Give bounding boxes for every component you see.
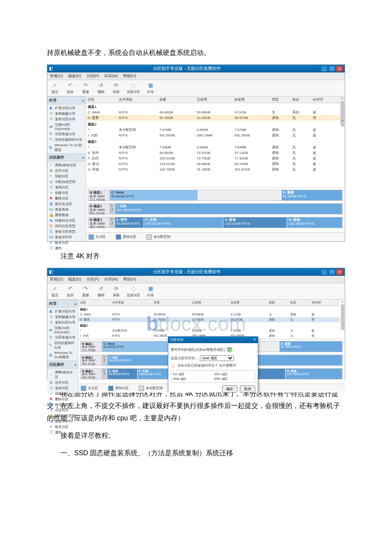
disk-map-bar[interactable]: C: Win860.00GB NTFSD: 重要51.78GB NTFS [110,190,343,201]
table-row[interactable]: D: 重要NTFS51.78GB12.42GB39.37GB逻辑无否 [86,115,340,121]
minimize-button[interactable]: _ [321,66,328,72]
partition-table[interactable]: 分区文件系统容量已使用未使用类型状态4K对齐磁盘1C: Win8NTFS60.0… [86,96,340,172]
menu-item[interactable]: 磁盘(D) [68,73,81,79]
sidebar-item[interactable]: ⊕合并分区 [49,380,76,385]
align-opt-2048[interactable]: 2048 扇区 [173,377,212,381]
lossless-button[interactable]: ◌无损分区 [127,82,140,94]
table-header[interactable]: 文件系统 [110,300,152,306]
table-row[interactable]: *未分配空间7.97MB0.00KB7.97MB逻辑无是 [86,127,340,133]
table-row[interactable]: *未分配空间7.97MB0.00KB7.97MB逻辑无是 [78,328,340,333]
menu-item[interactable]: 常规(G) [50,73,63,79]
sidebar-item[interactable]: ✂切割分区 [49,173,84,179]
sidebar-item[interactable]: ⇆转换到主分区 [49,218,84,223]
alignment-select[interactable]: 4096 扇区 [200,356,234,361]
sidebar-item[interactable]: ↔调整/移动分区 [49,162,84,168]
disk-segment[interactable]: E: 软件50.00GB NTFS [115,217,144,228]
scroll-up-icon[interactable]: ▴ [340,96,345,101]
dialog-cancel-button[interactable]: 取消 [240,385,255,393]
disk-segment[interactable]: D: 重要51.78GB NTFS [282,190,343,200]
sidebar-item[interactable]: ↻分区恢复向导 [49,131,84,137]
undo-button[interactable]: ↺撤销 [96,82,106,94]
undo-button[interactable]: ↺撤销 [96,285,106,298]
refresh-button[interactable]: ⟳刷新 [111,82,121,94]
sidebar-item[interactable]: ✖删除分区 [49,396,76,402]
sidebar-item[interactable]: ⎘复制分区向导 [49,320,76,325]
sidebar-item[interactable]: ⎘复制磁盘向导 [49,314,76,320]
table-header[interactable]: 类型 [267,300,288,306]
table-header[interactable]: 已使用 [190,300,229,306]
sidebar-item[interactable]: ↻分区恢复向导 [49,335,76,340]
maximize-button[interactable]: □ [329,66,335,72]
discard-button[interactable]: ↶放弃 [65,285,75,298]
scroll-thumb[interactable] [341,304,344,330]
disk-segment[interactable]: *7 [110,217,115,228]
sidebar-item[interactable]: ↔调整/移动分区 [49,370,76,380]
menu-item[interactable]: 分区(P) [86,277,99,282]
ops-panel-header[interactable]: 分区操作 ▴ [47,361,78,369]
table-row[interactable]: H: 其他NTFS132.70GB31.10GB101.67GB逻辑无是 [86,167,340,172]
table-header[interactable]: 状态 [288,300,310,306]
sidebar-item[interactable]: ⊞Windows To Go创建器 [49,350,76,360]
collapse-icon[interactable]: ▴ [82,156,84,159]
table-row[interactable]: F: 文档NTFS150.01GB72.70GB77.32GB逻辑无是 [86,156,340,161]
lossless-button[interactable]: ◌无损分区 [127,285,140,298]
disk-map-bar[interactable]: *7I: 大的931.50GB NTFS [110,203,343,214]
sidebar-item[interactable]: ⎘复制分区 [49,185,84,190]
sidebar-item[interactable]: ⓘ属性 [49,246,84,251]
sidebar-item[interactable]: ⊞Windows To Go创建器 [49,142,84,153]
table-header[interactable]: 容量 [158,96,195,103]
menu-item[interactable]: 向导(W) [104,73,118,79]
redo-button[interactable]: ↷重做 [81,82,91,94]
table-row[interactable]: D: 重要NTFS51.78GB12.42GB39.37GB逻辑无否 [78,317,340,322]
menu-item[interactable]: 帮助(H) [123,73,136,79]
table-row[interactable]: *未分配空间7.84MB0.00KB7.84MB逻辑无是 [86,145,340,150]
wizard-button[interactable]: ▦向导 [145,285,156,298]
ops-panel-header[interactable]: 分区操作 ▴ [47,153,86,162]
sidebar-item[interactable]: ✔检查分区 [49,424,76,430]
sidebar-item[interactable]: №更改序列号 [49,419,76,424]
table-row[interactable]: I: 大的NTFS931.50GB205.13MB931.30GB逻辑无是 [86,133,340,138]
disk-segment[interactable]: D: 重要51.78GB NTFS [280,341,343,352]
wizard-panel-header[interactable]: 向导 ▴ [47,300,78,308]
align-opt-1024[interactable]: 1024 扇区 [214,372,254,376]
commit-button[interactable]: ✓提交 [50,82,60,94]
table-header[interactable]: 类型 [270,96,291,103]
disk-segment[interactable] [198,190,282,200]
sidebar-item[interactable]: ⇄迁移OS到SSD/HDD [49,325,76,335]
disk-segment[interactable]: *7 [110,204,115,214]
sidebar-item[interactable]: ⎘复制分区 [49,385,76,391]
disk-segment[interactable]: H: 其他132.70GB NTFS [285,369,343,379]
disk-segment[interactable]: E: 软件50.00GB NTFS [107,369,137,379]
sidebar-item[interactable]: №更改序列号 [49,234,84,240]
refresh-button[interactable]: ⟳刷新 [111,285,121,298]
table-header[interactable]: 未使用 [229,300,267,306]
dialog-close-button[interactable]: ✕ [253,338,256,342]
discard-button[interactable]: ↶放弃 [65,82,75,94]
table-header[interactable]: 分区 [86,96,117,103]
sidebar-item[interactable]: ⊞排列分区类型 [49,223,84,229]
table-row[interactable]: G: 影音NTFS133.01GB39.88GB93.13GB逻辑无是 [86,161,340,167]
table-header[interactable]: 已使用 [195,96,233,103]
scroll-up-icon[interactable]: ▴ [340,300,345,304]
menubar[interactable]: 常规(G)磁盘(D)分区(P)向导(W)帮助(H) [47,72,345,80]
sidebar-item[interactable]: ▥格式化分区 [49,402,76,408]
collapse-icon[interactable]: ▴ [82,98,84,102]
partition-table[interactable]: 分区文件系统容量已使用未使用类型状态4K对齐磁盘1C: Win8NTFS60.0… [78,300,340,339]
sidebar-item[interactable]: ◐扩展分区向导 [49,309,76,314]
sidebar-item[interactable]: ⎘复制磁盘向导 [49,111,84,116]
wizard-panel-header[interactable]: 向导 ▴ [47,96,86,104]
menu-item[interactable]: 向导(W) [104,277,118,282]
sidebar-item[interactable]: ⊕合并分区 [49,168,84,173]
table-header[interactable]: 状态 [291,96,311,103]
window-titlebar[interactable]: ◧ 分区助手专业版 - 无损分区免费软件 _ □ × [47,268,345,276]
sidebar-item[interactable]: ＋创建分区 [49,190,84,196]
redo-button[interactable]: ↷重做 [81,285,91,298]
table-header[interactable]: 4K对齐 [311,96,340,103]
menu-item[interactable]: 分区(P) [86,73,99,79]
disk-segment[interactable]: G: 影音133.01GB NTFS [223,217,287,228]
menu-item[interactable]: 帮助(H) [123,277,136,282]
window-titlebar[interactable]: ◧ 分区助手专业版 - 无损分区免费软件 _ □ × [47,65,345,72]
maximize-button[interactable]: □ [329,269,335,275]
table-row[interactable]: C: Win8NTFS60.00GB50.89GB9.11GB主系统是 [78,312,340,317]
disk-segment[interactable]: F: 文档150.01GB NTFS [144,217,223,228]
